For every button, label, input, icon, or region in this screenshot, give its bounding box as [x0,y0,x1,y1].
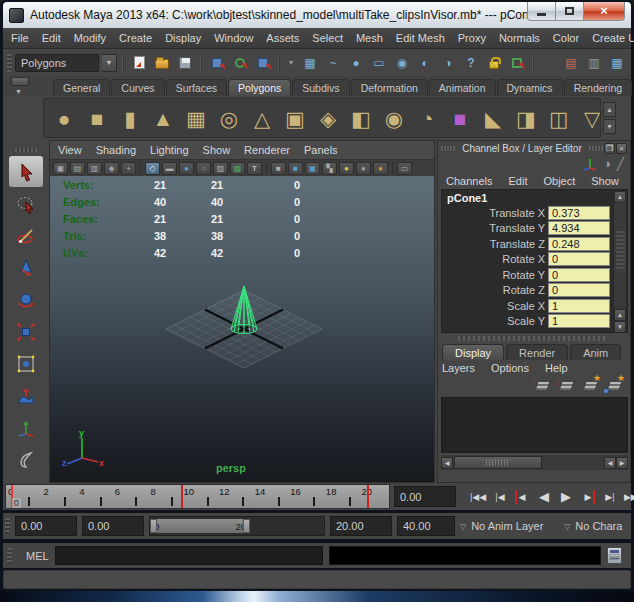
save-scene-button[interactable] [175,53,195,73]
shelf-switcher-button[interactable] [11,77,29,86]
channel-scrollbar[interactable]: ▲ ▲ ▼ [613,191,626,333]
snap-mode-dropdown[interactable]: ▼ [285,53,297,73]
channel-label[interactable]: Translate Z [442,238,548,250]
shelf-icon-poly-sphere[interactable]: ● [48,102,80,134]
channel-label[interactable]: Translate Y [442,222,548,234]
separator[interactable] [122,54,124,72]
play-forwards-button[interactable]: ▶ [556,487,576,507]
panel-menu-panels[interactable]: Panels [304,144,338,156]
perspective-viewport[interactable]: View Shading Lighting Show Renderer Pane… [49,140,435,483]
play-backwards-button[interactable]: ◀ [534,487,554,507]
help-menu[interactable]: Help [545,362,568,374]
textured-lights-button[interactable]: ● [373,162,388,175]
channel-value-field[interactable] [548,283,610,297]
panel-header[interactable]: Channel Box / Layer Editor ❐ × [438,141,630,155]
shelf-scroll-up[interactable]: ▲ [603,102,616,117]
open-scene-button[interactable] [152,53,172,73]
scroll-down-button[interactable]: ▼ [614,321,626,333]
manipulator-axis-icon[interactable] [583,157,597,171]
animation-end-field[interactable] [397,516,455,536]
shelf-icon-poly-cylinder[interactable]: ▮ [114,102,146,134]
input-connections-button[interactable]: ◐ [415,53,435,73]
chevron-down-icon[interactable]: ▽ [460,522,466,531]
go-to-end-button[interactable]: ▶▶| [622,487,634,507]
shelf-icon-poly-pyramid[interactable]: △ [246,102,278,134]
separator[interactable] [278,54,280,72]
channel-value-field[interactable] [548,299,610,313]
close-panel-button[interactable]: × [616,143,627,154]
textured-display-button[interactable]: ▣ [305,162,320,175]
default-material-button[interactable]: ■ [271,162,286,175]
step-forward-key-button[interactable]: ▶ [578,487,598,507]
tab-anim[interactable]: Anim [570,344,621,360]
menu-normals[interactable]: Normals [499,32,540,44]
bookmarks-button[interactable]: ▥ [87,162,102,175]
current-time-field[interactable] [394,486,456,507]
menu-edit[interactable]: Edit [42,32,61,44]
separator[interactable] [200,54,202,72]
field-chart-button[interactable]: ▨ [213,162,228,175]
menu-display[interactable]: Display [165,32,201,44]
shelf-icon-smooth-mesh[interactable]: ◉ [378,102,410,134]
channel-label[interactable]: Scale Y [442,315,548,327]
selected-cone[interactable] [226,282,262,336]
time-slider[interactable]: 02468101214161820 0 [5,484,390,509]
select-camera-button[interactable]: ▣ [53,162,68,175]
shelf-tab-animation[interactable]: Animation [429,79,496,96]
script-editor-icon[interactable] [607,547,622,564]
channel-value-field[interactable] [548,221,610,235]
output-connections-button[interactable]: ◑ [438,53,458,73]
layer-list[interactable] [441,397,628,453]
statusline-grip[interactable] [7,54,12,72]
maximize-button[interactable] [556,2,583,21]
resolution-gate-button[interactable]: ● [179,162,194,175]
highlight-selection-button[interactable] [507,53,527,73]
gate-mask-button[interactable]: ○ [196,162,211,175]
show-menu[interactable]: Show [591,175,619,187]
shelf-icon-paint-vertex-color[interactable]: ■ [444,102,476,134]
playback-start-field[interactable] [82,516,144,536]
object-menu[interactable]: Object [543,175,575,187]
command-result-field[interactable] [329,546,601,565]
shelf-tab-polygons[interactable]: Polygons [228,79,291,96]
move-layer-down-button[interactable]: ↓ [557,378,574,392]
channel-label[interactable]: Scale X [442,300,548,312]
range-grip[interactable] [5,518,10,534]
layer-horizontal-scrollbar[interactable]: ◀ ◀ ▶ [441,455,628,470]
lasso-select-tool[interactable] [9,188,43,219]
menu-file[interactable]: File [11,32,29,44]
channel-label[interactable]: Rotate Z [442,284,548,296]
channel-value-field[interactable] [548,314,610,328]
title-bar[interactable]: Autodesk Maya 2013 x64: C:\work\objtest\… [3,2,631,28]
isolate-select-button[interactable]: ▭ [397,162,412,175]
shelf-icon-select-border-edge[interactable]: ◨ [510,102,542,134]
panel-menu-lighting[interactable]: Lighting [150,144,189,156]
separator[interactable] [532,54,534,72]
select-by-object-button[interactable] [230,53,250,73]
channel-value-field[interactable] [548,206,610,220]
anim-layer-dropdown[interactable]: No Anim Layer [471,520,559,532]
step-back-key-button[interactable]: ◀ [512,487,532,507]
toolbox-grip[interactable] [15,148,37,152]
channel-label[interactable]: Translate X [442,207,548,219]
snap-to-curves-button[interactable]: ~ [323,53,343,73]
menu-proxy[interactable]: Proxy [458,32,486,44]
scroll-left-button[interactable]: ◀ [441,457,453,469]
shaded-display-button[interactable]: ■ [288,162,303,175]
close-button[interactable]: × [583,2,625,21]
channel-value-field[interactable] [548,268,610,282]
menu-create-uvs[interactable]: Create UVs [592,32,634,44]
pan-zoom-button[interactable]: + [121,162,136,175]
hyperbolic-pencil-icon[interactable]: ╱ [617,158,624,170]
range-slider[interactable]: 0 20 [149,516,325,536]
channel-value-field[interactable] [548,252,610,266]
step-forward-frame-button[interactable]: ▶| [600,487,620,507]
construction-history-button[interactable]: ? [461,53,481,73]
options-menu[interactable]: Options [491,362,529,374]
edit-menu[interactable]: Edit [508,175,527,187]
safe-action-button[interactable]: ▩ [230,162,245,175]
layers-menu[interactable]: Layers [442,362,475,374]
playback-end-field[interactable] [330,516,392,536]
playback-range-bar[interactable]: 0 20 [152,519,248,533]
create-layer-from-selected-button[interactable]: ★ [605,378,622,392]
